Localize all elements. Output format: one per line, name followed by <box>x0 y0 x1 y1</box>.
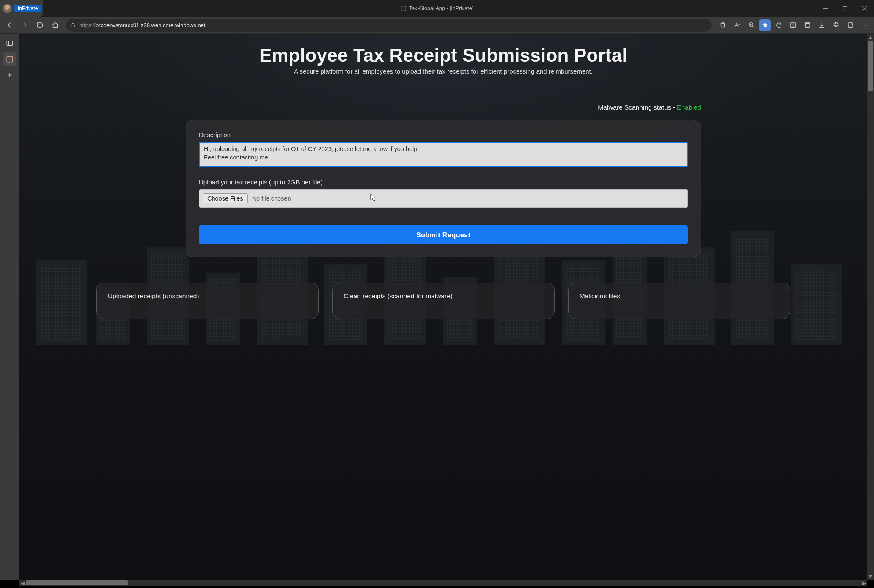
tab-favicon-icon <box>401 5 407 11</box>
titlebar: InPrivate Tax-Global App - [InPrivate] <box>0 0 874 17</box>
active-tab[interactable]: Tax-Global App - [InPrivate] <box>401 0 473 17</box>
tab-actions-button[interactable] <box>3 36 16 50</box>
inprivate-badge: InPrivate <box>14 5 41 12</box>
svg-point-8 <box>864 25 865 25</box>
svg-rect-5 <box>805 23 810 27</box>
profile-avatar[interactable] <box>3 4 12 13</box>
home-button[interactable] <box>48 19 62 32</box>
forward-button[interactable] <box>18 19 31 32</box>
scroll-left-icon[interactable]: ◀ <box>19 580 26 586</box>
minimize-button[interactable] <box>816 0 835 17</box>
window-controls <box>816 0 874 17</box>
panel-malicious: Malicious files <box>568 283 790 319</box>
scan-status-value: Enabled <box>677 104 701 111</box>
read-aloud-icon[interactable] <box>730 19 744 32</box>
favorite-star-icon[interactable] <box>759 19 771 31</box>
page-title: Employee Tax Receipt Submission Portal <box>259 45 627 66</box>
vertical-scrollbar[interactable]: ▲ ▼ <box>867 34 874 580</box>
description-input[interactable] <box>199 142 688 167</box>
panel-clean: Clean receipts (scanned for malware) <box>332 283 554 319</box>
results-panels: Uploaded receipts (unscanned) Clean rece… <box>96 283 790 319</box>
profile-cluster: InPrivate <box>0 0 43 17</box>
svg-rect-2 <box>71 25 75 27</box>
vertical-scroll-thumb[interactable] <box>868 41 873 91</box>
choose-files-button[interactable]: Choose Files <box>203 193 248 203</box>
vertical-tab-strip: + <box>0 34 19 580</box>
svg-point-9 <box>866 25 867 25</box>
submission-card: Description Upload your tax receipts (up… <box>186 120 701 257</box>
sync-icon[interactable] <box>772 19 785 32</box>
collections-icon[interactable] <box>800 19 814 32</box>
page-content: Employee Tax Receipt Submission Portal A… <box>19 34 867 580</box>
downloads-icon[interactable] <box>815 19 828 32</box>
page-viewport: Employee Tax Receipt Submission Portal A… <box>19 34 867 580</box>
lock-icon <box>70 22 76 28</box>
file-input[interactable]: Choose Files No file chosen <box>199 189 688 208</box>
svg-rect-10 <box>7 41 13 46</box>
browser-toolbar: https://prodenvstoracc01.z28.web.core.wi… <box>0 17 874 34</box>
new-tab-button[interactable]: + <box>3 69 16 82</box>
url-text: https://prodenvstoracc01.z28.web.core.wi… <box>79 22 205 28</box>
description-label: Description <box>199 131 688 138</box>
scan-status-label: Malware Scanning status - <box>598 104 677 111</box>
address-bar[interactable]: https://prodenvstoracc01.z28.web.core.wi… <box>66 19 712 32</box>
panel-uploaded: Uploaded receipts (unscanned) <box>96 283 319 319</box>
settings-more-icon[interactable] <box>858 19 871 32</box>
svg-point-7 <box>862 25 863 25</box>
maximize-button[interactable] <box>835 0 855 17</box>
panel-clean-title: Clean receipts (scanned for malware) <box>344 292 543 300</box>
svg-rect-0 <box>401 6 406 11</box>
panel-malicious-title: Malicious files <box>580 292 779 300</box>
panel-uploaded-title: Uploaded receipts (unscanned) <box>108 292 307 300</box>
close-button[interactable] <box>855 0 874 17</box>
tab-title: Tax-Global App - [InPrivate] <box>409 5 473 11</box>
split-screen-icon[interactable] <box>786 19 800 32</box>
scroll-up-icon[interactable]: ▲ <box>867 34 874 41</box>
svg-rect-1 <box>843 6 847 11</box>
refresh-button[interactable] <box>33 19 47 32</box>
zoom-icon[interactable] <box>745 19 758 32</box>
svg-rect-11 <box>7 56 13 62</box>
horizontal-scrollbar[interactable]: ◀ ▶ <box>19 580 867 586</box>
submit-button[interactable]: Submit Request <box>199 225 688 244</box>
shopping-icon[interactable] <box>716 19 729 32</box>
back-button[interactable] <box>3 19 16 32</box>
vertical-tab-active[interactable] <box>3 52 16 66</box>
scroll-down-icon[interactable]: ▼ <box>867 573 874 580</box>
scan-status-line: Malware Scanning status - Enabled <box>186 104 701 111</box>
app-launch-icon[interactable] <box>844 19 857 32</box>
page-subtitle: A secure platform for all employees to u… <box>294 68 593 75</box>
horizontal-scroll-thumb[interactable] <box>26 580 128 585</box>
upload-label: Upload your tax receipts (up to 2GB per … <box>199 179 688 186</box>
extensions-icon[interactable] <box>829 19 843 32</box>
file-status-text: No file chosen <box>252 195 291 202</box>
scroll-right-icon[interactable]: ▶ <box>860 580 867 586</box>
